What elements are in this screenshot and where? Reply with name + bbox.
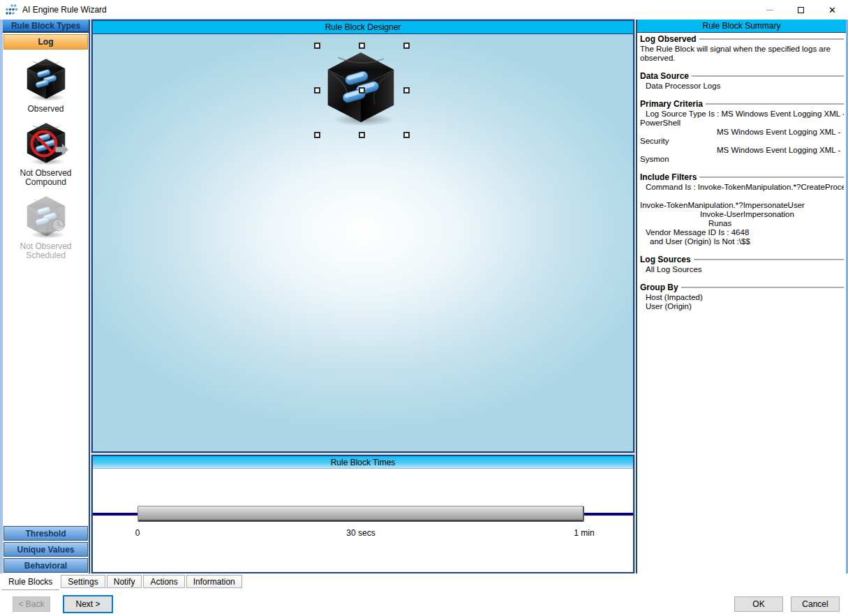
threshold-button[interactable]: Threshold (3, 526, 88, 541)
maximize-icon (798, 7, 804, 13)
selection-handle[interactable] (403, 43, 410, 49)
close-icon: ✕ (828, 6, 836, 15)
summary-line: Data Processor Logs (640, 82, 844, 91)
section-lines: Data Processor Logs (640, 82, 844, 91)
window-title: AI Engine Rule Wizard (22, 5, 107, 15)
back-button: < Back (13, 596, 50, 612)
time-range-bar[interactable] (137, 506, 584, 522)
summary-line (640, 192, 844, 201)
tab-rule-blocks[interactable]: Rule Blocks (1, 574, 59, 590)
rule-block-summary-header: Rule Block Summary (637, 20, 846, 33)
summary-line: observed. (640, 54, 844, 63)
selection-handle[interactable] (314, 43, 320, 49)
rule-block-summary-panel: Rule Block Summary Log Observed The Rule… (636, 20, 848, 573)
rule-type-not-observed-scheduled: Not Observed Scheduled (11, 194, 81, 260)
summary-section-primary-criteria: Primary Criteria Log Source Type Is : MS… (640, 99, 844, 164)
behavioral-button[interactable]: Behavioral (3, 558, 88, 573)
summary-line: MS Windows Event Logging XML - (640, 128, 844, 137)
selection-handle[interactable] (314, 132, 320, 138)
summary-section-log-sources: Log Sources All Log Sources (640, 255, 844, 274)
section-title: Log Sources (640, 255, 691, 264)
observed-cube-icon (22, 57, 70, 103)
section-title: Group By (640, 283, 678, 292)
summary-line: User (Origin) (640, 302, 844, 311)
tab-actions[interactable]: Actions (143, 575, 184, 588)
section-lines: Log Source Type Is : MS Windows Event Lo… (640, 110, 844, 164)
section-rule (699, 176, 844, 178)
tab-settings[interactable]: Settings (61, 575, 105, 588)
summary-line: PowerShell (640, 119, 844, 128)
minimize-icon (766, 10, 773, 10)
tab-notify[interactable]: Notify (107, 575, 142, 588)
selection-handle[interactable] (359, 87, 365, 93)
summary-line: Host (Impacted) (640, 293, 844, 302)
designer-canvas[interactable] (93, 34, 633, 451)
section-lines: Host (Impacted)User (Origin) (640, 293, 844, 311)
tick-mid: 30 secs (346, 528, 375, 538)
section-lines: The Rule Block will signal when the spec… (640, 45, 844, 63)
section-title: Include Filters (640, 172, 697, 182)
section-rule (706, 103, 844, 105)
log-type-button[interactable]: Log (3, 34, 88, 50)
summary-line: MS Windows Event Logging XML - (640, 146, 844, 155)
summary-line: Runas (640, 219, 844, 228)
next-button[interactable]: Next > (63, 595, 113, 613)
selection-handle[interactable] (359, 132, 365, 138)
section-rule (699, 38, 844, 40)
minimize-button[interactable] (754, 0, 785, 20)
rule-block-times-header: Rule Block Times (93, 456, 633, 469)
summary-line: Invoke-UserImpersonation (640, 210, 844, 219)
section-lines: Command Is : Invoke-TokenManipulation.*?… (640, 183, 844, 246)
rule-type-label: Observed (11, 105, 81, 114)
summary-line: and User (Origin) Is Not :\$$ (640, 237, 844, 246)
cancel-button[interactable]: Cancel (791, 596, 840, 612)
tick-zero: 0 (135, 528, 140, 538)
rule-block-type-list: Observed Not Observed Compound (3, 52, 89, 267)
close-button[interactable]: ✕ (817, 0, 848, 20)
not-observed-compound-cube-icon (22, 121, 70, 167)
section-lines: All Log Sources (640, 265, 844, 274)
selection-handle[interactable] (403, 87, 410, 93)
summary-line: Log Source Type Is : MS Windows Event Lo… (640, 110, 844, 119)
rule-type-observed[interactable]: Observed (11, 57, 81, 114)
section-title: Primary Criteria (640, 99, 703, 109)
tab-information[interactable]: Information (186, 575, 242, 588)
summary-line: Command Is : Invoke-TokenManipulation.*?… (640, 183, 844, 192)
title-bar: AI Engine Rule Wizard ✕ (0, 0, 848, 20)
section-rule (681, 287, 844, 288)
wizard-tabs: Rule Blocks Settings Notify Actions Info… (1, 574, 242, 590)
unique-values-button[interactable]: Unique Values (3, 542, 88, 557)
rule-type-label: Not Observed Scheduled (11, 242, 81, 260)
summary-section-include-filters: Include Filters Command Is : Invoke-Toke… (640, 172, 844, 246)
summary-line: Sysmon (640, 155, 844, 164)
summary-line: The Rule Block will signal when the spec… (640, 45, 844, 54)
summary-section-data-source: Data Source Data Processor Logs (640, 71, 844, 91)
summary-line: Security (640, 137, 844, 146)
selection-handle[interactable] (359, 43, 365, 49)
not-observed-scheduled-cube-icon (22, 194, 70, 240)
summary-section-log-observed: Log Observed The Rule Block will signal … (640, 34, 844, 63)
app-logo-icon (5, 3, 20, 17)
rule-block-types-header: Rule Block Types (3, 20, 89, 33)
section-title: Data Source (640, 71, 689, 81)
section-title: Log Observed (640, 34, 697, 44)
left-panel-spacer (3, 267, 89, 525)
summary-body: Log Observed The Rule Block will signal … (637, 33, 846, 321)
times-body: 0 30 secs 1 min (93, 469, 633, 572)
selection-handle[interactable] (403, 132, 410, 138)
ok-button[interactable]: OK (734, 596, 783, 612)
summary-line: All Log Sources (640, 265, 844, 274)
selection-handle[interactable] (314, 87, 320, 93)
rule-type-label: Not Observed Compound (11, 169, 81, 187)
summary-line: Invoke-TokenManipulation.*?ImpersonateUs… (640, 201, 844, 210)
summary-line: Vendor Message ID Is : 4648 (640, 228, 844, 237)
rule-block-designer-header: Rule Block Designer (93, 21, 633, 34)
section-rule (692, 75, 844, 77)
maximize-button[interactable] (785, 0, 817, 20)
tick-end: 1 min (574, 528, 594, 538)
rule-block-types-panel: Rule Block Types Log Observed (0, 20, 90, 573)
rule-type-not-observed-compound[interactable]: Not Observed Compound (11, 121, 81, 187)
rule-block-designer-panel: Rule Block Designer (91, 20, 634, 453)
rule-block-times-panel: Rule Block Times 0 30 secs 1 min (91, 455, 634, 573)
bottom-bar: Rule Blocks Settings Notify Actions Info… (0, 573, 848, 616)
